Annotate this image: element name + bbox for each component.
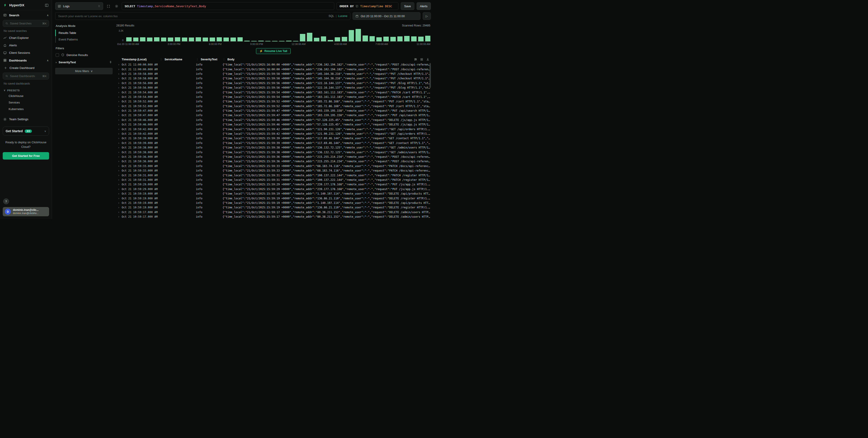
row-expand-icon[interactable]: › xyxy=(116,95,122,99)
toggle-lucene[interactable]: Lucene xyxy=(338,14,347,18)
row-expand-icon[interactable]: › xyxy=(116,178,122,181)
histogram-bar[interactable] xyxy=(293,41,299,41)
histogram-bar[interactable] xyxy=(370,36,375,41)
order-by-input[interactable]: ORDER BY TimestampTime DESC xyxy=(337,2,399,10)
table-row[interactable]: ›Oct 21 10:59:38.000 AMinfo{"time_local"… xyxy=(116,150,431,155)
histogram-bar[interactable] xyxy=(258,41,264,41)
histogram-bar[interactable] xyxy=(182,37,187,41)
row-expand-icon[interactable]: › xyxy=(116,119,122,122)
table-settings-icon[interactable] xyxy=(414,58,417,61)
row-expand-icon[interactable]: › xyxy=(116,169,122,172)
table-row[interactable]: ›Oct 21 10:59:33.000 AMinfo{"time_local"… xyxy=(116,164,431,168)
table-row[interactable]: ›Oct 21 10:59:58.000 AMinfo{"time_local"… xyxy=(116,72,431,76)
table-row[interactable]: ›Oct 21 10:59:54.000 AMinfo{"time_local"… xyxy=(116,90,431,95)
histogram-bar[interactable] xyxy=(189,37,194,41)
sidebar-item-team-settings[interactable]: Team Settings xyxy=(3,115,49,123)
row-expand-icon[interactable]: › xyxy=(116,151,122,154)
table-row[interactable]: ›Oct 21 10:59:46.000 AMinfo{"time_local"… xyxy=(116,118,431,122)
row-expand-icon[interactable]: › xyxy=(116,81,122,85)
histogram-bar[interactable] xyxy=(230,37,236,41)
sidebar-item-alerts[interactable]: Alerts xyxy=(3,42,49,49)
row-expand-icon[interactable]: › xyxy=(116,188,122,191)
table-row[interactable]: ›Oct 21 11:00:00.000 AMinfo{"time_local"… xyxy=(116,67,431,71)
row-expand-icon[interactable]: › xyxy=(116,165,122,168)
chevron-down-icon[interactable]: ∨ xyxy=(44,130,46,133)
table-row[interactable]: ›Oct 21 10:59:39.000 AMinfo{"time_local"… xyxy=(116,141,431,145)
table-row[interactable]: ›Oct 21 10:59:42.000 AMinfo{"time_local"… xyxy=(116,127,431,131)
table-row[interactable]: ›Oct 21 10:59:36.000 AMinfo{"time_local"… xyxy=(116,155,431,159)
header-timestamp[interactable]: Timestamp (Local) xyxy=(122,58,160,61)
create-dashboard-button[interactable]: Create Dashboard xyxy=(3,64,49,72)
histogram-bar[interactable] xyxy=(397,36,403,41)
row-expand-icon[interactable]: › xyxy=(116,160,122,163)
histogram-bar[interactable] xyxy=(238,37,243,41)
row-expand-icon[interactable]: › xyxy=(116,114,122,117)
row-expand-icon[interactable]: › xyxy=(116,132,122,135)
table-scrollbar[interactable] xyxy=(430,63,431,88)
download-icon[interactable] xyxy=(426,58,430,61)
table-row[interactable]: ›Oct 21 10:59:47.000 AMinfo{"time_local"… xyxy=(116,108,431,113)
histogram-bar[interactable] xyxy=(342,37,347,41)
row-expand-icon[interactable]: › xyxy=(116,192,122,195)
sql-select-input[interactable]: SELECT Timestamp,ServiceName,SeverityTex… xyxy=(122,2,334,10)
histogram-bar[interactable] xyxy=(355,29,361,41)
histogram-bar[interactable] xyxy=(286,41,291,41)
table-row[interactable]: ›Oct 21 10:59:56.000 AMinfo{"time_local"… xyxy=(116,86,431,90)
table-row[interactable]: ›Oct 21 10:59:29.000 AMinfo{"time_local"… xyxy=(116,182,431,187)
table-row[interactable]: ›Oct 21 10:59:17.000 AMinfo{"time_local"… xyxy=(116,210,431,214)
presets-header[interactable]: ∨ PRESETS xyxy=(3,87,49,93)
row-expand-icon[interactable]: › xyxy=(116,68,122,71)
more-filters-button[interactable]: More filters ∨ xyxy=(55,68,113,74)
table-row[interactable]: ›Oct 21 11:00:00.000 AMinfo{"time_local"… xyxy=(116,62,431,67)
mode-event-patterns[interactable]: Event Patterns xyxy=(55,36,113,43)
help-button[interactable]: ? xyxy=(3,198,9,204)
date-range-picker[interactable]: Oct 20 11:00:00 - Oct 21 11:00:00 xyxy=(352,12,421,20)
row-expand-icon[interactable]: › xyxy=(116,174,122,177)
row-expand-icon[interactable]: › xyxy=(116,146,122,149)
histogram-bar[interactable] xyxy=(390,37,396,41)
histogram-bar[interactable] xyxy=(300,34,305,41)
histogram-bar[interactable] xyxy=(147,37,152,41)
get-started-cta-button[interactable]: Get Started for Free xyxy=(3,152,49,160)
row-expand-icon[interactable]: › xyxy=(116,63,122,66)
row-expand-icon[interactable]: › xyxy=(116,201,122,205)
histogram-bar[interactable] xyxy=(251,41,257,41)
preset-item-services[interactable]: Services xyxy=(3,99,49,106)
pin-icon[interactable] xyxy=(109,61,112,64)
row-expand-icon[interactable]: › xyxy=(116,141,122,145)
mode-results-table[interactable]: Results Table xyxy=(55,30,113,36)
facet-severitytext[interactable]: › SeverityText xyxy=(55,58,113,66)
header-body[interactable]: ⋮Body xyxy=(222,58,411,61)
row-expand-icon[interactable]: › xyxy=(116,215,122,218)
histogram-bar[interactable] xyxy=(196,37,201,41)
row-expand-icon[interactable]: › xyxy=(116,109,122,112)
sidebar-section-dashboards[interactable]: Dashboards ∧ xyxy=(3,57,49,64)
sidebar-item-chart-explorer[interactable]: Chart Explorer xyxy=(3,34,49,42)
histogram-bar[interactable] xyxy=(217,37,222,41)
histogram-bar[interactable] xyxy=(140,37,146,41)
get-started-card[interactable]: Get Started 3/3 ∨ xyxy=(3,127,49,136)
row-expand-icon[interactable]: › xyxy=(116,100,122,103)
table-row[interactable]: ›Oct 21 10:59:33.000 AMinfo{"time_local"… xyxy=(116,168,431,173)
histogram-bar[interactable] xyxy=(175,37,180,41)
histogram-bar[interactable] xyxy=(349,30,354,41)
histogram-bar[interactable] xyxy=(154,37,159,41)
sidebar-item-client-sessions[interactable]: Client Sessions xyxy=(3,49,49,57)
histogram-bar[interactable] xyxy=(383,37,389,41)
preset-item-clickhouse[interactable]: ClickHouse xyxy=(3,93,49,99)
row-expand-icon[interactable]: › xyxy=(116,183,122,186)
header-servicename[interactable]: ⋮ServiceName xyxy=(160,58,196,61)
table-row[interactable]: ›Oct 21 10:59:58.000 AMinfo{"time_local"… xyxy=(116,76,431,81)
source-settings-icon-button[interactable] xyxy=(114,2,119,10)
table-row[interactable]: ›Oct 21 10:59:17.000 AMinfo{"time_local"… xyxy=(116,214,431,219)
histogram-bar[interactable] xyxy=(307,33,312,41)
row-expand-icon[interactable]: › xyxy=(116,155,122,159)
table-row[interactable]: ›Oct 21 10:59:36.000 AMinfo{"time_local"… xyxy=(116,159,431,164)
row-expand-icon[interactable]: › xyxy=(116,86,122,89)
preset-item-kubernetes[interactable]: Kubernetes xyxy=(3,106,49,112)
toggle-sql[interactable]: SQL xyxy=(329,14,334,18)
table-row[interactable]: ›Oct 21 10:59:19.000 AMinfo{"time_local"… xyxy=(116,192,431,196)
row-expand-icon[interactable]: › xyxy=(116,128,122,131)
row-expand-icon[interactable]: › xyxy=(116,123,122,126)
table-row[interactable]: ›Oct 21 10:59:19.000 AMinfo{"time_local"… xyxy=(116,201,431,205)
